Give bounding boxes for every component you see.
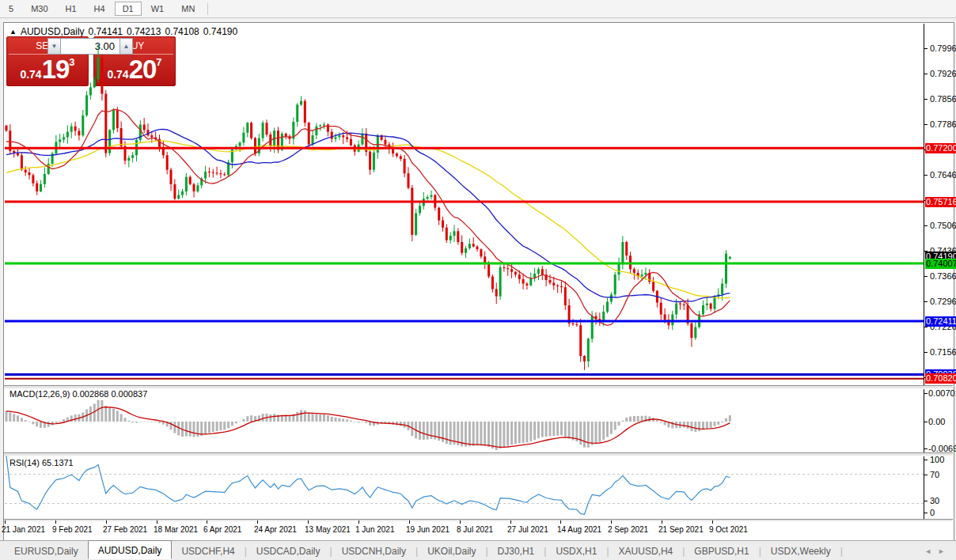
date-axis-label: 9 Feb 2021 — [52, 525, 93, 534]
rsi-axis-label: 30 — [930, 496, 939, 505]
tab-usdcnh-daily[interactable]: USDCNH,Daily — [332, 543, 415, 559]
toolbar-separator — [207, 3, 208, 15]
price-axis-tick — [924, 225, 928, 226]
date-axis-label: 27 Jul 2021 — [507, 525, 548, 534]
timeframe-button-5[interactable]: 5 — [1, 2, 21, 16]
date-axis-label: 21 Jan 2021 — [2, 525, 45, 534]
price-axis-tick — [924, 327, 928, 327]
price-axis-label: 0.72960 — [930, 297, 956, 306]
price-badge-0.74007: 0.74007 — [925, 259, 956, 269]
timeframe-button-d1[interactable]: D1 — [115, 2, 142, 16]
date-axis-label: 13 May 2021 — [305, 525, 351, 534]
tabs-scroll-left-icon[interactable]: ◄ — [924, 547, 931, 555]
date-axis-label: 2 Sep 2021 — [608, 525, 648, 534]
tab-dj30-h1[interactable]: DJ30,H1 — [488, 543, 544, 559]
price-axis-tick — [924, 352, 928, 353]
rsi-axis-tick — [924, 513, 928, 513]
price-badge-0.75716: 0.75716 — [925, 197, 956, 207]
main-price-chart[interactable] — [5, 24, 924, 385]
price-axis-label: 0.76460 — [930, 170, 956, 180]
date-axis-tick — [5, 520, 6, 524]
timeframe-button-h1[interactable]: H1 — [58, 2, 85, 16]
price-axis-label: 0.71560 — [930, 347, 956, 357]
date-axis-label: 9 Oct 2021 — [709, 525, 748, 534]
date-axis-tick — [157, 520, 157, 524]
date-axis-tick — [207, 520, 207, 524]
tab-separator: | — [840, 546, 843, 557]
timeframe-button-m30[interactable]: M30 — [23, 2, 55, 16]
tab-usdcad-daily[interactable]: USDCAD,Daily — [247, 543, 330, 559]
timeframe-toolbar: 5M30H1H4D1W1MN — [0, 0, 956, 18]
tab-audusd-daily[interactable]: AUDUSD,Daily — [88, 540, 173, 559]
date-axis-tick — [611, 520, 612, 524]
date-axis-tick — [662, 520, 662, 524]
date-axis-tick — [106, 520, 107, 524]
rsi-axis-label: 0 — [930, 508, 935, 517]
macd-axis-tick — [924, 448, 928, 449]
price-badge-0.72411: 0.72411 — [925, 316, 956, 327]
date-axis-tick — [308, 520, 309, 524]
rsi-axis-tick — [924, 460, 928, 460]
tab-gbpusd-h1[interactable]: GBPUSD,H1 — [685, 543, 758, 559]
date-axis-tick — [560, 520, 561, 524]
tabs-scroll-right-icon[interactable]: ► — [938, 547, 945, 555]
timeframe-button-h4[interactable]: H4 — [86, 2, 113, 16]
date-axis-tick — [358, 520, 359, 524]
price-badge-0.77200: 0.77200 — [925, 143, 956, 153]
price-axis-label: 0.79260 — [930, 69, 956, 78]
price-axis-tick — [924, 48, 928, 49]
date-axis-tick — [409, 520, 410, 524]
price-axis-tick — [924, 99, 928, 100]
rsi-axis-tick — [924, 501, 928, 501]
chart-tab-bar: EURUSD,DailyAUDUSD,DailyUSDCHF,H4|USDCAD… — [0, 540, 956, 560]
date-axis-label: 1 Jun 2021 — [355, 525, 395, 534]
tab-scroll-arrows: ◄► — [924, 547, 945, 555]
macd-axis-tick — [924, 422, 928, 422]
date-axis-label: 21 Sep 2021 — [658, 525, 704, 534]
price-axis-tick — [924, 124, 928, 125]
price-axis-label: 0.79960 — [930, 44, 956, 53]
date-axis-tick — [510, 520, 511, 524]
price-axis-tick — [924, 175, 928, 176]
date-axis-label: 19 Jun 2021 — [406, 525, 450, 534]
date-axis-label: 14 Aug 2021 — [557, 525, 601, 534]
macd-axis-label: 0.007015 — [928, 388, 956, 398]
tab-usdx-weekly[interactable]: USDX,Weekly — [761, 543, 840, 559]
price-badge-0.70820: 0.70820 — [925, 373, 956, 384]
tab-usdx-h1[interactable]: USDX,H1 — [546, 543, 606, 559]
timeframe-button-mn[interactable]: MN — [173, 2, 203, 16]
macd-pane[interactable] — [5, 388, 924, 452]
date-axis-label: 24 Apr 2021 — [254, 525, 297, 534]
price-axis-tick — [924, 74, 928, 74]
date-axis-tick — [55, 520, 56, 524]
price-axis-label: 0.73660 — [930, 271, 956, 281]
price-axis-tick — [924, 276, 928, 277]
macd-axis-label: -0.006923 — [928, 444, 956, 453]
rsi-pane[interactable] — [5, 456, 924, 520]
timeframe-button-w1[interactable]: W1 — [143, 2, 173, 16]
macd-axis-label: 0.00 — [928, 417, 945, 426]
price-axis-tick — [924, 301, 928, 302]
date-axis-label: 27 Feb 2021 — [103, 525, 147, 534]
tab-ukoil-daily[interactable]: UKOil,Daily — [418, 543, 485, 559]
price-axis-label: 0.75060 — [930, 221, 956, 230]
tab-eurusd-daily[interactable]: EURUSD,Daily — [5, 543, 88, 559]
price-axis-label: 0.78560 — [930, 94, 956, 104]
tab-xauusd-h4[interactable]: XAUUSD,H4 — [609, 543, 683, 559]
rsi-axis-label: 100 — [930, 455, 944, 464]
date-axis-tick — [712, 520, 713, 524]
rsi-axis-label: 70 — [930, 470, 939, 479]
date-axis-label: 8 Jul 2021 — [457, 525, 493, 534]
tab-usdchf-h4[interactable]: USDCHF,H4 — [172, 543, 244, 559]
date-axis-tick — [257, 520, 258, 524]
price-axis-label: 0.77860 — [930, 119, 956, 129]
date-axis-label: 6 Apr 2021 — [203, 525, 241, 534]
rsi-axis-tick — [924, 475, 928, 475]
macd-axis-tick — [924, 393, 928, 394]
date-axis-label: 18 Mar 2021 — [154, 525, 198, 534]
date-axis-tick — [460, 520, 461, 524]
